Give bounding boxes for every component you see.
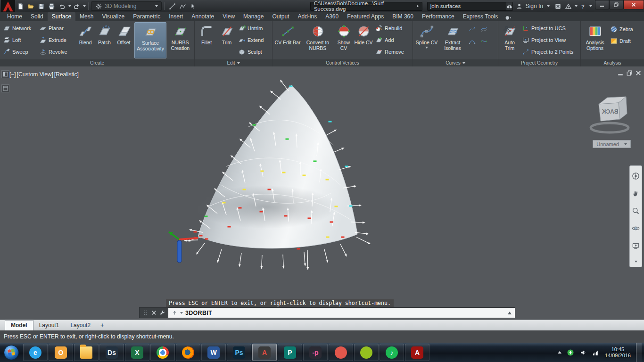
patch-button[interactable]: Patch	[95, 22, 113, 58]
recent-commands-icon[interactable]	[172, 310, 178, 316]
autocad-app-menu-button[interactable]	[1, 0, 15, 12]
plot-icon[interactable]	[46, 1, 57, 11]
command-history-expand[interactable]	[508, 312, 512, 314]
remove-cv-button[interactable]: Remove	[374, 46, 405, 58]
extrude-button[interactable]: Extrude	[38, 34, 75, 46]
minimize-button[interactable]	[595, 0, 609, 9]
tab-view[interactable]: View	[218, 12, 239, 21]
tab-express-tools[interactable]: Express Tools	[459, 12, 502, 21]
revolve-button[interactable]: Revolve	[38, 46, 75, 58]
blend-button[interactable]: Blend	[76, 22, 94, 58]
control-vertices-panel-label[interactable]: Control Vertices	[272, 59, 413, 66]
tab-solid[interactable]: Solid	[26, 12, 48, 21]
untrim-button[interactable]: Untrim	[237, 22, 265, 34]
auto-trim-toggle[interactable]: Auto Trim	[500, 22, 520, 58]
tab-annotate[interactable]: Annotate	[187, 12, 218, 21]
hide-cv-button[interactable]: Hide CV	[354, 22, 373, 58]
viewport-controls-menu[interactable]: [−]	[9, 71, 16, 78]
sweep-button[interactable]: Sweep	[1, 46, 38, 58]
offset-button[interactable]: Offset	[114, 22, 133, 58]
draft-analysis-button[interactable]: Draft	[609, 35, 635, 47]
drawing-minimize-button[interactable]	[618, 70, 623, 76]
curves-panel-flyout[interactable]: Curves	[413, 59, 498, 66]
zoom-extents-button[interactable]	[630, 202, 642, 220]
taskbar-excel[interactable]: X	[125, 344, 149, 361]
extract-isolines-button[interactable]: Extract Isolines	[440, 22, 465, 58]
taskbar-autocad[interactable]: A	[252, 344, 277, 361]
command-close-icon[interactable]	[151, 310, 157, 316]
showmotion-button[interactable]	[630, 237, 642, 255]
viewcube-cube[interactable]: BACK	[599, 97, 627, 121]
network-button[interactable]: Network	[1, 22, 38, 34]
tab-featured-apps[interactable]: Featured Apps	[343, 12, 388, 21]
hidden-icons-caret[interactable]	[558, 351, 561, 354]
viewcube[interactable]: BACK	[583, 89, 636, 139]
sculpt-button[interactable]: Sculpt	[237, 46, 265, 58]
taskbar-p-touch[interactable]: -p	[303, 344, 328, 361]
spline-cv-button[interactable]: Spline CV	[414, 22, 439, 58]
3d-scene[interactable]	[0, 66, 644, 320]
taskbar-designspark[interactable]: Ds	[99, 344, 124, 361]
exchange-apps-icon[interactable]	[553, 1, 563, 11]
tab-performance[interactable]: Performance	[418, 12, 459, 21]
project-to-view-button[interactable]: Project to View	[520, 34, 575, 46]
extend-button[interactable]: Extend	[237, 34, 265, 46]
alert-icon[interactable]	[563, 1, 573, 11]
save-icon[interactable]	[36, 1, 46, 11]
show-cv-button[interactable]: Show CV	[334, 22, 353, 58]
tab-model[interactable]: Model	[5, 320, 33, 330]
drawing-viewport[interactable]: [−] [Custom View] [Realistic] BACK	[0, 66, 644, 320]
taskbar-outlook[interactable]: O	[49, 344, 73, 361]
line-tool-icon[interactable]	[167, 1, 177, 11]
taskbar-media-app[interactable]	[329, 344, 353, 361]
search-button[interactable]	[506, 2, 512, 10]
analysis-options-button[interactable]: Analysis Options	[582, 22, 608, 58]
command-caret[interactable]	[180, 312, 183, 314]
file-path-dropdown[interactable]: C:\Users\Bob\Docume...\Surf Success.dwg	[310, 2, 422, 11]
polyline-tool-icon[interactable]	[177, 1, 188, 11]
taskbar-file-explorer[interactable]	[74, 344, 99, 361]
tray-green-status-icon[interactable]	[567, 349, 574, 356]
taskbar-firefox[interactable]	[176, 344, 200, 361]
view-name-menu[interactable]: [Custom View]	[17, 71, 53, 78]
undo-icon[interactable]	[57, 1, 67, 11]
taskbar-internet-explorer[interactable]: e	[23, 344, 48, 361]
palette-button-2[interactable]	[1, 84, 9, 92]
new-layout-button[interactable]: +	[96, 321, 108, 330]
tab-bim-360[interactable]: BIM 360	[388, 12, 418, 21]
nurbs-creation-toggle[interactable]: NURBS Creation	[167, 22, 193, 58]
help-icon[interactable]: ?	[578, 1, 588, 11]
taskbar-acrobat[interactable]: A	[405, 344, 429, 361]
offset-curve-button[interactable]	[478, 23, 489, 35]
edit-curve-button[interactable]	[478, 35, 489, 47]
new-drawing-icon[interactable]	[15, 1, 25, 11]
palette-button-1[interactable]	[1, 70, 9, 78]
drawing-restore-button[interactable]	[627, 70, 632, 76]
cv-edit-bar-button[interactable]: CV Edit Bar	[274, 22, 301, 58]
tab-output[interactable]: Output	[268, 12, 293, 21]
planar-button[interactable]: Planar	[38, 22, 75, 34]
loft-button[interactable]: Loft	[1, 34, 38, 46]
redo-icon[interactable]	[71, 1, 82, 11]
taskbar-photoshop[interactable]: Ps	[227, 344, 251, 361]
open-icon[interactable]	[25, 1, 36, 11]
viewcube-face-label[interactable]: BACK	[602, 108, 618, 115]
edit-panel-flyout[interactable]: Edit	[195, 59, 272, 66]
cursor-tool-icon[interactable]	[188, 1, 198, 11]
redo-dropdown-caret[interactable]	[83, 5, 86, 7]
tab-surface[interactable]: Surface	[48, 12, 75, 21]
close-button[interactable]	[623, 0, 644, 9]
command-input[interactable]: 3DORBIT	[168, 308, 515, 318]
blend-curve-button[interactable]	[466, 23, 478, 35]
taskbar-spotify[interactable]: ♪	[380, 344, 404, 361]
taskbar-publisher[interactable]: P	[278, 344, 302, 361]
fillet-button[interactable]: Fillet	[196, 22, 217, 58]
visual-style-menu[interactable]: [Realistic]	[54, 71, 79, 78]
viewcube-compass-ring[interactable]	[591, 123, 628, 132]
convert-to-nurbs-button[interactable]: Convert to NURBS	[302, 22, 333, 58]
tab-insert[interactable]: Insert	[165, 12, 187, 21]
project-to-2-points-button[interactable]: Project to 2 Points	[520, 46, 575, 58]
create-panel-label[interactable]: Create	[0, 59, 194, 66]
analysis-panel-label[interactable]: Analysis	[581, 59, 644, 66]
tab-home[interactable]: Home	[3, 12, 26, 21]
